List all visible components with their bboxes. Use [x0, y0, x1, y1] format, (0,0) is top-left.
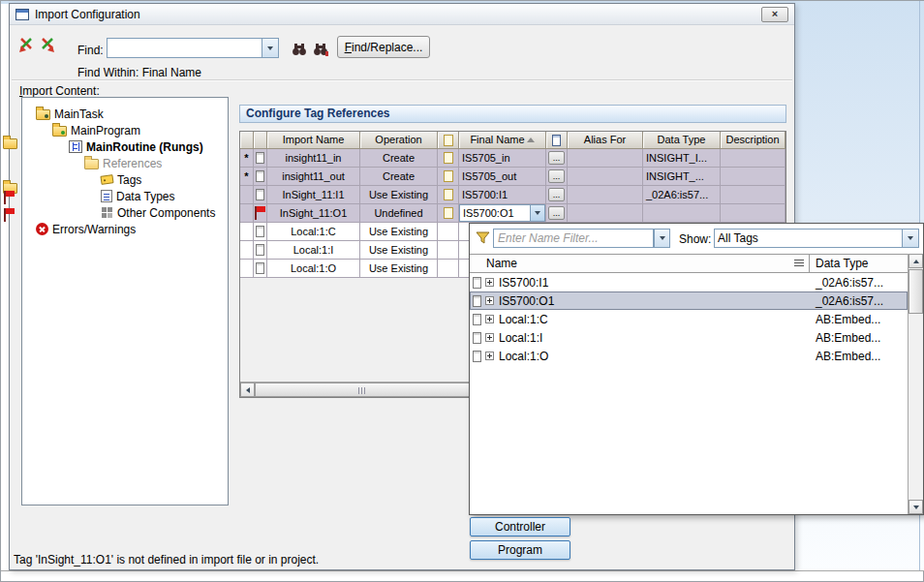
- row-selector[interactable]: [240, 241, 254, 260]
- tag-row-selected[interactable]: IS5700:O1 _02A6:is57...: [470, 291, 908, 310]
- project-icon-column-header[interactable]: [438, 132, 459, 149]
- description-column-header[interactable]: Description: [721, 132, 785, 149]
- expand-icon[interactable]: [485, 333, 494, 342]
- alias-for-cell[interactable]: [568, 204, 643, 223]
- scroll-down-button[interactable]: [909, 500, 923, 514]
- import-name-cell[interactable]: insight11_out: [267, 168, 360, 186]
- browse-column-header[interactable]: [546, 132, 568, 149]
- tree-item-errors-warnings[interactable]: Errors/Warnings: [22, 221, 228, 237]
- final-name-column-header[interactable]: Final Name: [459, 132, 546, 149]
- tree-item-mainprogram[interactable]: MainProgram: [22, 122, 228, 138]
- program-button[interactable]: Program: [470, 540, 570, 560]
- combo-dropdown-icon[interactable]: [530, 205, 544, 221]
- expand-icon[interactable]: [485, 315, 494, 323]
- import-name-cell[interactable]: Local:1:O: [267, 260, 360, 278]
- import-icon-cell: [254, 149, 267, 168]
- row-selector[interactable]: *: [240, 168, 254, 186]
- description-cell[interactable]: [721, 168, 785, 186]
- vertical-scrollbar[interactable]: [908, 254, 923, 514]
- row-selector[interactable]: *: [240, 149, 254, 168]
- operation-cell[interactable]: Undefined: [360, 204, 438, 223]
- scroll-up-button[interactable]: [909, 254, 923, 268]
- close-button[interactable]: [761, 7, 788, 22]
- tag-row[interactable]: IS5700:I1 _02A6:is57...: [470, 273, 908, 291]
- find-dropdown-icon[interactable]: [262, 39, 278, 57]
- name-filter-input[interactable]: Enter Name Filter...: [493, 229, 654, 248]
- scrollbar-thumb[interactable]: [909, 269, 923, 314]
- find-all-icon[interactable]: [312, 40, 329, 57]
- flag-icon: [3, 191, 15, 205]
- final-name-cell[interactable]: IS5705_in: [459, 149, 546, 168]
- tag-list: IS5700:I1 _02A6:is57... IS5700:O1 _02A6:…: [470, 273, 908, 365]
- operation-cell[interactable]: Create: [360, 168, 438, 186]
- operation-cell[interactable]: Use Existing: [360, 260, 438, 278]
- scroll-left-button[interactable]: [240, 383, 255, 397]
- import-name-cell[interactable]: insight11_in: [267, 149, 360, 168]
- alias-for-column-header[interactable]: Alias For: [568, 132, 643, 149]
- find-replace-button[interactable]: Find/Replace...: [337, 36, 430, 58]
- alias-for-cell[interactable]: [568, 149, 643, 168]
- tree-item-references[interactable]: References: [22, 155, 228, 171]
- find-input[interactable]: [107, 38, 279, 58]
- description-cell[interactable]: [721, 204, 785, 223]
- tag-row[interactable]: Local:1:C AB:Embed...: [470, 310, 908, 328]
- tag-row[interactable]: Local:1:O AB:Embed...: [470, 347, 908, 365]
- tree-item-maintask[interactable]: MainTask: [22, 106, 228, 122]
- filter-dropdown-button[interactable]: [654, 229, 670, 248]
- tag-row[interactable]: Local:1:I AB:Embed...: [470, 328, 908, 347]
- operation-cell[interactable]: Use Existing: [360, 186, 438, 204]
- final-name-combobox[interactable]: IS5700:O1: [459, 204, 545, 222]
- data-type-cell[interactable]: INSIGHT_...: [643, 168, 721, 186]
- browse-button[interactable]: ...: [548, 188, 565, 201]
- data-type-cell[interactable]: [643, 204, 721, 223]
- operation-cell[interactable]: Use Existing: [360, 223, 438, 241]
- browse-button[interactable]: ...: [548, 151, 565, 165]
- alias-for-cell[interactable]: [568, 168, 643, 186]
- operation-cell[interactable]: Create: [360, 149, 438, 168]
- show-combobox[interactable]: All Tags: [714, 229, 919, 248]
- description-cell[interactable]: [721, 186, 785, 204]
- tree-item-tags[interactable]: Tags: [22, 171, 228, 188]
- controller-button[interactable]: Controller: [470, 517, 570, 536]
- column-options-icon[interactable]: [794, 260, 804, 267]
- row-selector[interactable]: [240, 204, 254, 223]
- scrollbar-thumb[interactable]: [255, 383, 470, 397]
- alias-for-cell[interactable]: [568, 186, 643, 204]
- tree-item-other-components[interactable]: Other Components: [22, 204, 228, 221]
- name-column-header[interactable]: Name: [470, 255, 810, 272]
- title-bar[interactable]: Import Configuration: [10, 4, 794, 25]
- expand-icon[interactable]: [485, 278, 494, 287]
- expand-icon[interactable]: [485, 296, 494, 305]
- find-prev-icon[interactable]: [15, 35, 37, 56]
- import-tag-icon: [256, 226, 264, 237]
- tree-item-data-types[interactable]: Data Types: [22, 188, 228, 204]
- row-selector[interactable]: [240, 223, 254, 241]
- operation-cell[interactable]: Use Existing: [360, 241, 438, 260]
- import-name-column-header[interactable]: Import Name: [267, 132, 360, 149]
- data-type-column-header[interactable]: Data Type: [810, 255, 908, 272]
- find-down-icon[interactable]: [291, 40, 308, 57]
- description-cell[interactable]: [721, 149, 785, 168]
- final-name-cell[interactable]: IS5705_out: [459, 168, 546, 186]
- import-name-cell[interactable]: InSight_11:I1: [267, 186, 360, 204]
- import-name-cell[interactable]: Local:1:I: [267, 241, 360, 260]
- flag-icon: [254, 206, 266, 221]
- browse-button[interactable]: ...: [548, 206, 565, 220]
- browse-button[interactable]: ...: [548, 169, 565, 183]
- import-icon-column-header[interactable]: [254, 132, 267, 149]
- operation-column-header[interactable]: Operation: [360, 132, 438, 149]
- tree-item-mainroutine[interactable]: MainRoutine (Rungs): [22, 138, 228, 155]
- selector-column-header[interactable]: [240, 132, 254, 149]
- import-name-cell[interactable]: Local:1:C: [267, 223, 360, 241]
- final-name-cell[interactable]: IS5700:I1: [459, 186, 546, 204]
- expand-icon[interactable]: [485, 352, 494, 360]
- data-type-column-header[interactable]: Data Type: [643, 132, 721, 149]
- data-type-cell[interactable]: _02A6:is57...: [643, 186, 721, 204]
- find-next-icon[interactable]: [37, 35, 58, 56]
- row-selector[interactable]: [240, 186, 254, 204]
- row-selector[interactable]: [240, 260, 254, 278]
- import-name-cell[interactable]: InSight_11:O1: [267, 204, 360, 223]
- show-dropdown-icon[interactable]: [902, 230, 918, 247]
- final-name-value: IS5700:O1: [460, 205, 530, 221]
- data-type-cell[interactable]: INSIGHT_I...: [643, 149, 721, 168]
